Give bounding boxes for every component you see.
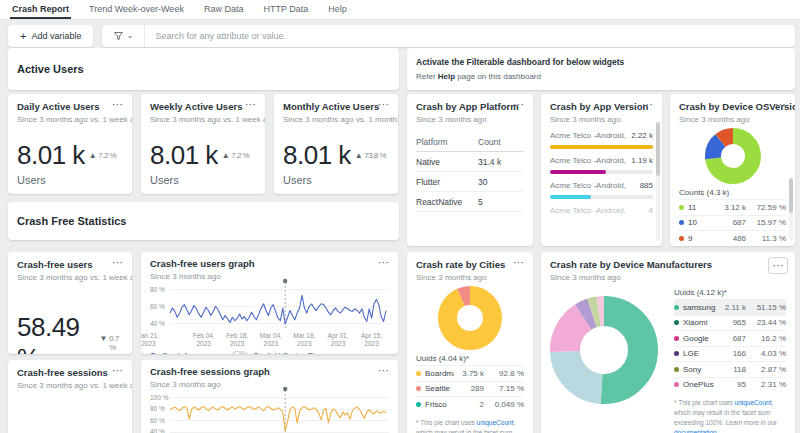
widget-crash-rate-by-cities: Crash rate by Cities Since 3 months ago … — [407, 252, 533, 433]
widget-menu-icon[interactable]: ⋯ — [245, 98, 257, 111]
scrollbar[interactable] — [656, 122, 660, 241]
table-row[interactable]: ReactNative5 — [416, 192, 524, 212]
legend-label[interactable]: Crash-free users — [162, 351, 218, 354]
legend-value: 95 — [716, 380, 746, 389]
widget-menu-icon[interactable]: ⋯ — [378, 364, 390, 377]
table-cell: Native — [416, 157, 478, 167]
widget-subtitle: Since 3 months ago — [416, 115, 524, 124]
widget-menu-icon[interactable]: ⋯ — [112, 364, 124, 377]
legend-dot — [679, 205, 684, 210]
legend-value: 3.12 k — [716, 203, 746, 212]
scrollbar[interactable] — [789, 178, 793, 241]
up-triangle-icon: ▲ — [355, 151, 362, 160]
widget-menu-icon[interactable]: ⋯ — [112, 256, 124, 269]
y-axis-label: 60 % — [150, 417, 165, 424]
help-bold: Help — [438, 72, 455, 81]
cities-donut-chart — [438, 286, 502, 350]
filter-type-dropdown[interactable]: ⌄ — [102, 25, 145, 47]
kpi-value: 8.01 k — [283, 140, 351, 171]
widget-crash-by-device-osversion: Crash by Device OSVersion Since 3 months… — [670, 94, 795, 246]
tab-trend-week-over-week[interactable]: Trend Week-over-Week — [87, 4, 186, 19]
osversion-donut-chart — [705, 128, 761, 184]
legend-row[interactable]: Sony1182.87 % — [674, 361, 786, 377]
uniquecount-link[interactable]: uniqueCount — [735, 399, 772, 406]
legend-row[interactable]: 1360.14 % — [679, 246, 786, 247]
platform-table: PlatformCountNative31.4 kFlutter30ReactN… — [416, 132, 524, 212]
legend-dot — [679, 220, 684, 225]
add-variable-button[interactable]: + Add variable — [8, 25, 93, 47]
table-row[interactable]: Native31.4 k — [416, 152, 524, 172]
widget-menu-icon[interactable]: ⋯ — [112, 98, 124, 111]
table-cell: ReactNative — [416, 197, 478, 207]
legend-value: 289 — [454, 384, 484, 393]
uniquecount-link[interactable]: uniqueCount — [477, 419, 514, 426]
widget-monthly-active-users: Monthly Active Users Since 3 months ago … — [274, 94, 398, 194]
widget-menu-icon[interactable]: ⋯ — [642, 98, 654, 111]
bar-fill — [550, 170, 606, 174]
bar-list-item[interactable]: Acme Telco -Android, ...885 — [550, 181, 653, 199]
widget-subtitle: Since 3 months ago — [550, 115, 653, 124]
legend-row[interactable]: 113.12 k72.59 % — [679, 199, 786, 215]
table-row[interactable]: Flutter30 — [416, 172, 524, 192]
kpi-unit: Users — [150, 174, 256, 186]
widget-menu-icon[interactable]: ⋯ — [378, 98, 390, 111]
legend-row[interactable]: OnePlus952.31 % — [674, 377, 786, 393]
legend-row[interactable]: Frisco20.049 % — [416, 396, 524, 412]
widget-menu-icon[interactable]: ⋯ — [513, 98, 525, 111]
legend-row[interactable]: 1068715.97 % — [679, 215, 786, 231]
x-axis-label: Feb 18,2023 — [226, 332, 248, 348]
kpi-value: 58.49 % — [17, 312, 96, 354]
widget-menu-icon[interactable]: ⋯ — [513, 256, 525, 269]
legend-name: Frisco — [425, 400, 454, 409]
legend-row[interactable]: Boardman3.75 k92.8 % — [416, 365, 524, 381]
cities-legend-table: Boardman3.75 k92.8 %Seattle2897.15 %Fris… — [416, 365, 524, 412]
bar-row: Acme Telco -Android, ...1.19 k — [550, 156, 653, 166]
x-axis-label: Feb 04,2023 — [193, 332, 215, 348]
x-axis-label: Apr 15,2023 — [361, 332, 382, 348]
down-triangle-icon: ▼ — [100, 334, 107, 343]
tab-raw-data[interactable]: Raw Data — [202, 4, 246, 19]
legend-row[interactable]: Google68716.2 % — [674, 330, 786, 346]
bar-list-item[interactable]: Acme Telco -Android, ...1.19 k — [550, 156, 653, 174]
tab-http-data[interactable]: HTTP Data — [261, 4, 310, 19]
kpi-value: 8.01 k — [17, 140, 85, 171]
legend-percent: 7.15 % — [484, 384, 524, 393]
notice-body: Refer Help page on this dashboard — [416, 72, 786, 81]
bar-list-item[interactable]: Acme Telco -Android, ...4 — [550, 206, 653, 216]
kpi-value-row: 58.49 %▼0.7 % — [17, 312, 123, 354]
legend-name: 11 — [688, 203, 716, 212]
legend-row[interactable]: Seattle2897.15 % — [416, 381, 524, 397]
legend-row[interactable]: Xiaomi96523.44 % — [674, 315, 786, 331]
search-input[interactable] — [145, 31, 795, 41]
bar-value: 1.19 k — [627, 156, 653, 166]
widget-title: Daily Active Users — [17, 101, 123, 112]
legend-dot — [416, 402, 421, 407]
daylight-saving-toggle[interactable] — [232, 351, 248, 354]
bar-label: Acme Telco -Android, ... — [550, 156, 627, 165]
kpi-delta: 7.2 % — [98, 151, 116, 160]
legend-row[interactable]: LGE1664.03 % — [674, 346, 786, 362]
legend-percent: 11.3 % — [746, 234, 786, 243]
widget-title: Crash-free sessions graph — [150, 366, 389, 377]
legend-row[interactable]: samsung2.11 k51.15 % — [674, 299, 786, 315]
x-axis-label: Mar 18,2023 — [293, 332, 315, 348]
widget-crash-free-sessions: Crash-free sessions Since 3 months ago v… — [8, 360, 132, 433]
bar-row: Acme Telco -Android, ...4 — [550, 206, 653, 216]
tab-crash-report[interactable]: Crash Report — [10, 4, 71, 19]
legend-name: Google — [683, 334, 716, 343]
donut-total-label: Uuids (4.12 k)* — [674, 288, 786, 297]
legend-row[interactable]: 948611.3 % — [679, 230, 786, 246]
x-axis-label: Apr 01,2023 — [328, 332, 349, 348]
documentation-link[interactable]: documentation — [674, 429, 717, 433]
legend-name: 10 — [688, 218, 716, 227]
column-header: Platform — [416, 137, 478, 147]
legend-percent: 15.97 % — [746, 218, 786, 227]
legend-percent: 16.2 % — [746, 334, 786, 343]
widget-menu-icon[interactable]: ⋯ — [378, 256, 390, 269]
tab-help[interactable]: Help — [326, 4, 349, 19]
line-chart: 100 %80 %60 %40 % — [150, 394, 389, 433]
bar-list-item[interactable]: Acme Telco -Android, ...2.22 k — [550, 131, 653, 149]
widget-menu-icon[interactable]: ⋯ — [775, 98, 787, 111]
widget-menu-icon[interactable]: ⋯ — [768, 257, 788, 274]
legend-dot — [674, 382, 679, 387]
